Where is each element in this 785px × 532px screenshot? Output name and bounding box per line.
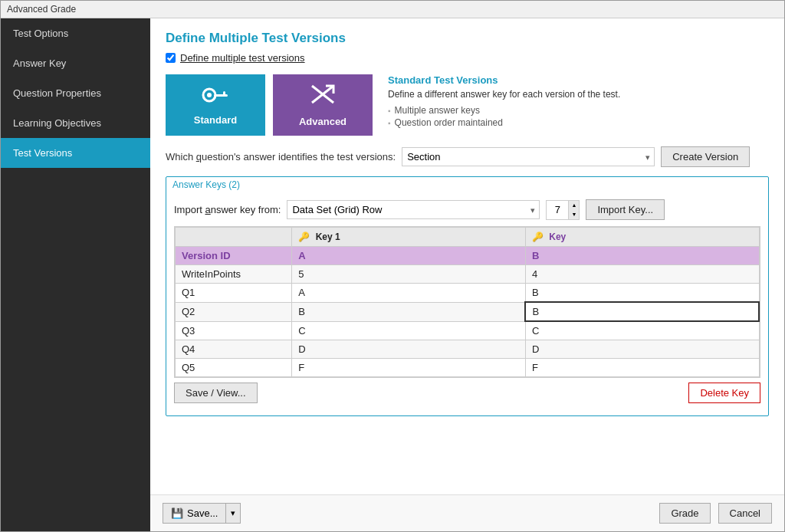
col-header-key2: 🔑 Key	[525, 228, 759, 247]
info-item-1: Multiple answer keys	[388, 104, 769, 117]
action-row: Save / View... Delete Key	[166, 378, 768, 408]
sidebar-label-test-versions: Test Versions	[13, 147, 72, 159]
sidebar: Test Options Answer Key Question Propert…	[1, 18, 150, 531]
save-label: Save...	[187, 507, 218, 519]
app-window: Advanced Grade Test Options Answer Key Q…	[0, 0, 785, 532]
window-title: Advanced Grade	[7, 4, 76, 15]
version-info-desc: Define a different answer key for each v…	[388, 89, 769, 100]
import-key-button[interactable]: Import Key...	[586, 199, 665, 220]
table-row: Q5FF	[176, 359, 760, 377]
table-body: Version IDABWriteInPoints54Q1ABQ2BBQ3CCQ…	[176, 247, 760, 377]
which-question-label: Which question's answer identifies the t…	[166, 151, 396, 163]
table-row: Q4DD	[176, 340, 760, 359]
define-versions-row: Define multiple test versions	[166, 52, 769, 64]
advanced-icon	[309, 83, 337, 111]
cell-key1: D	[292, 340, 526, 359]
cell-key2[interactable]: B	[525, 302, 759, 321]
info-item-2: Question order maintained	[388, 117, 769, 129]
svg-point-1	[207, 93, 212, 97]
table-row: WriteInPoints54	[176, 265, 760, 284]
define-versions-checkbox[interactable]	[166, 53, 176, 63]
version-info-title: Standard Test Versions	[388, 74, 769, 86]
version-info-list: Multiple answer keys Question order main…	[388, 104, 769, 129]
cell-key2: F	[525, 359, 759, 377]
cell-key1: A	[292, 247, 526, 265]
table-row: Version IDAB	[176, 247, 760, 265]
sidebar-label-question-properties: Question Properties	[13, 87, 101, 99]
table-header-row: 🔑 Key 1 🔑 Key	[176, 228, 760, 247]
cell-key1: A	[292, 284, 526, 303]
cell-key2: B	[525, 247, 759, 265]
svg-rect-3	[223, 91, 225, 97]
key1-icon: 🔑	[298, 232, 310, 242]
cell-key2: 4	[525, 265, 759, 284]
cell-key1: B	[292, 302, 526, 321]
table-row: Q1AB	[176, 284, 760, 303]
cell-key1: F	[292, 359, 526, 377]
table-row: Q3CC	[176, 321, 760, 340]
cell-row-id: Q3	[176, 321, 292, 340]
grade-button[interactable]: Grade	[659, 503, 710, 524]
answer-keys-group-label: Answer Keys (2)	[166, 176, 246, 193]
section-title: Define Multiple Test Versions	[166, 31, 769, 46]
cell-key2: D	[525, 340, 759, 359]
footer-left: 💾 Save... ▾	[163, 503, 241, 524]
spin-arrows: ▲ ▼	[568, 201, 579, 219]
key2-icon: 🔑	[532, 232, 544, 242]
advanced-card-label: Advanced	[299, 116, 347, 127]
answer-keys-group: Answer Keys (2) Import answer key from: …	[166, 176, 769, 416]
footer-right: Grade Cancel	[659, 503, 772, 524]
cell-key2: B	[525, 284, 759, 303]
sidebar-item-answer-key[interactable]: Answer Key	[1, 48, 150, 78]
standard-card[interactable]: Standard	[166, 74, 265, 136]
sidebar-label-test-options: Test Options	[13, 28, 68, 39]
cell-key2: C	[525, 321, 759, 340]
version-info-box: Standard Test Versions Define a differen…	[380, 74, 769, 129]
content-area: Define Multiple Test Versions Define mul…	[150, 18, 784, 494]
cell-row-id: Q4	[176, 340, 292, 359]
cell-row-id: WriteInPoints	[176, 265, 292, 284]
version-cards-row: Standard Advanced Standar	[166, 74, 769, 136]
col-header-id	[176, 228, 292, 247]
answer-keys-table-wrapper[interactable]: 🔑 Key 1 🔑 Key	[174, 226, 760, 378]
save-view-button[interactable]: Save / View...	[174, 383, 258, 403]
cell-row-id: Q5	[176, 359, 292, 377]
which-question-row: Which question's answer identifies the t…	[166, 146, 769, 167]
sidebar-item-test-versions[interactable]: Test Versions	[1, 138, 150, 168]
spin-up-button[interactable]: ▲	[568, 201, 579, 210]
svg-rect-2	[214, 94, 228, 97]
sidebar-item-learning-objectives[interactable]: Learning Objectives	[1, 108, 150, 138]
content-panel: Define Multiple Test Versions Define mul…	[150, 18, 784, 531]
advanced-card[interactable]: Advanced	[273, 74, 373, 136]
delete-key-button[interactable]: Delete Key	[688, 383, 760, 403]
sidebar-label-learning-objectives: Learning Objectives	[13, 117, 101, 129]
sidebar-item-test-options[interactable]: Test Options	[1, 18, 150, 48]
create-version-button[interactable]: Create Version	[661, 146, 750, 167]
which-question-select[interactable]: Section	[402, 147, 655, 166]
import-number-spin: ▲ ▼	[546, 200, 580, 220]
import-number-input[interactable]	[547, 201, 568, 219]
which-question-select-wrapper: Section	[402, 147, 655, 166]
title-bar: Advanced Grade	[1, 1, 784, 18]
define-versions-label: Define multiple test versions	[180, 52, 305, 64]
save-main-button[interactable]: 💾 Save...	[163, 504, 226, 523]
sidebar-item-question-properties[interactable]: Question Properties	[1, 78, 150, 108]
import-row: Import answer key from: Data Set (Grid) …	[166, 193, 768, 226]
save-icon: 💾	[171, 507, 183, 519]
col-header-key1: 🔑 Key 1	[292, 228, 526, 247]
cell-row-id: Version ID	[176, 247, 292, 265]
import-label: Import answer key from:	[174, 204, 281, 215]
cell-key1: 5	[292, 265, 526, 284]
save-split-button: 💾 Save... ▾	[163, 503, 241, 524]
cell-row-id: Q2	[176, 302, 292, 321]
main-layout: Test Options Answer Key Question Propert…	[1, 18, 784, 531]
import-select-wrapper: Data Set (Grid) Row	[287, 200, 540, 219]
spin-down-button[interactable]: ▼	[568, 210, 579, 219]
save-dropdown-button[interactable]: ▾	[226, 504, 240, 523]
cell-row-id: Q1	[176, 284, 292, 303]
table-row: Q2BB	[176, 302, 760, 321]
footer-bar: 💾 Save... ▾ Grade Cancel	[150, 494, 784, 531]
cancel-button[interactable]: Cancel	[718, 503, 772, 524]
import-select[interactable]: Data Set (Grid) Row	[287, 200, 540, 219]
standard-icon	[202, 85, 229, 110]
